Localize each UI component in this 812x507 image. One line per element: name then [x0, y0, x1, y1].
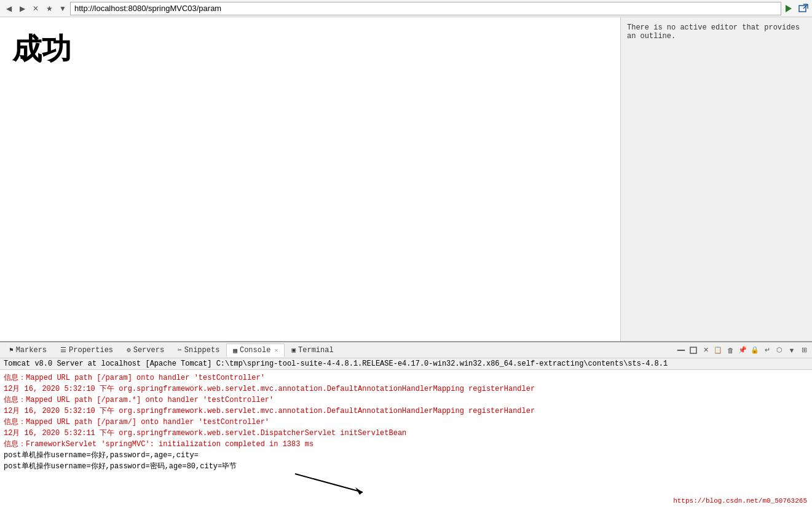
no-editor-message: There is no active editor that provides …	[627, 23, 800, 41]
bottom-area: ⚑ Markers ☰ Properties ⚙ Servers ✂ Snipp…	[0, 341, 812, 507]
open-external-icon	[798, 4, 808, 14]
csdn-link[interactable]: https://blog.csdn.net/m0_50763265	[673, 497, 807, 505]
console-word-wrap-button[interactable]: ↵	[762, 345, 773, 356]
tab-properties-label: Properties	[69, 346, 113, 355]
console-maximize-button[interactable]	[688, 345, 699, 356]
console-close-icon[interactable]: ✕	[274, 347, 278, 354]
console-line: 信息：Mapped URL path [/param.*] onto handl…	[4, 395, 808, 406]
tab-console-label: Console	[240, 346, 270, 355]
tab-servers-label: Servers	[133, 346, 164, 355]
tab-properties[interactable]: ☰ Properties	[53, 344, 120, 357]
console-new-window-button[interactable]: ⬡	[774, 345, 785, 356]
svg-rect-5	[677, 350, 685, 351]
console-pin-button[interactable]: 📌	[737, 345, 748, 356]
console-minimize-button[interactable]	[676, 345, 687, 356]
console-line: 信息：Mapped URL path [/param] onto handler…	[4, 372, 808, 383]
console-line: 12月 16, 2020 5:32:10 下午 org.springframew…	[4, 406, 808, 417]
server-bar: Tomcat v8.0 Server at localhost [Apache …	[0, 358, 812, 370]
console-body: 信息：Mapped URL path [/param] onto handler…	[0, 370, 812, 507]
svg-marker-0	[786, 5, 792, 12]
page-success-text: 成功	[12, 29, 608, 69]
svg-marker-8	[355, 487, 363, 495]
tab-console[interactable]: ▦ Console ✕	[226, 344, 285, 357]
terminal-icon: ▣	[291, 346, 296, 354]
dropdown-button[interactable]: ▼	[57, 2, 69, 15]
go-icon	[784, 4, 794, 14]
url-bar[interactable]	[70, 2, 781, 15]
console-icon: ▦	[233, 347, 237, 355]
console-lines-container: 信息：Mapped URL path [/param] onto handler…	[4, 372, 808, 472]
go-button[interactable]	[782, 2, 795, 15]
svg-rect-1	[799, 6, 806, 12]
back-button[interactable]: ◀	[2, 2, 15, 15]
forward-button[interactable]: ▶	[16, 2, 28, 15]
console-side-by-side-button[interactable]: ⊞	[798, 345, 810, 356]
console-close-tab-button[interactable]: ✕	[700, 345, 711, 356]
tab-servers[interactable]: ⚙ Servers	[120, 344, 171, 357]
tab-markers-label: Markers	[16, 346, 47, 355]
markers-icon: ⚑	[9, 346, 14, 354]
browser-pane: 成功	[0, 17, 621, 341]
tab-markers[interactable]: ⚑ Markers	[2, 344, 53, 357]
minimize-icon	[677, 346, 685, 355]
console-line: post单机操作username=你好,password=,age=,city=	[4, 450, 808, 461]
properties-icon: ☰	[60, 346, 66, 354]
browser-content: 成功	[0, 17, 620, 341]
console-line: 12月 16, 2020 5:32:10 下午 org.springframew…	[4, 383, 808, 395]
console-line: 12月 16, 2020 5:32:11 下午 org.springframew…	[4, 428, 808, 439]
console-clear-button[interactable]: 🗑	[725, 345, 736, 356]
console-dropdown-button[interactable]: ▼	[786, 345, 797, 356]
snippets-icon: ✂	[178, 346, 182, 354]
maximize-icon	[689, 346, 698, 355]
console-line: post单机操作username=你好,password=密码,age=80,c…	[4, 461, 808, 472]
tab-terminal-label: Terminal	[298, 346, 334, 355]
console-line: 信息：FrameworkServlet 'springMVC': initial…	[4, 439, 808, 450]
servers-icon: ⚙	[127, 346, 131, 354]
console-copy-button[interactable]: 📋	[712, 345, 723, 356]
console-tabs-bar: ⚑ Markers ☰ Properties ⚙ Servers ✂ Snipp…	[0, 342, 812, 358]
svg-rect-6	[690, 347, 696, 353]
console-line: 信息：Mapped URL path [/param/] onto handle…	[4, 417, 808, 428]
stop-button[interactable]: ✕	[30, 2, 42, 15]
bookmark-button[interactable]: ★	[43, 2, 55, 15]
main-area: 成功 There is no active editor that provid…	[0, 17, 812, 341]
browser-toolbar: ◀ ▶ ✕ ★ ▼	[0, 0, 812, 17]
tab-snippets[interactable]: ✂ Snippets	[171, 344, 226, 357]
svg-line-7	[295, 474, 363, 492]
open-external-button[interactable]	[797, 2, 810, 15]
right-panel: There is no active editor that provides …	[621, 17, 812, 341]
arrow-annotation	[264, 468, 387, 498]
tab-terminal[interactable]: ▣ Terminal	[285, 344, 340, 357]
console-scroll-lock-button[interactable]: 🔒	[749, 345, 760, 356]
tab-snippets-label: Snippets	[184, 346, 220, 355]
